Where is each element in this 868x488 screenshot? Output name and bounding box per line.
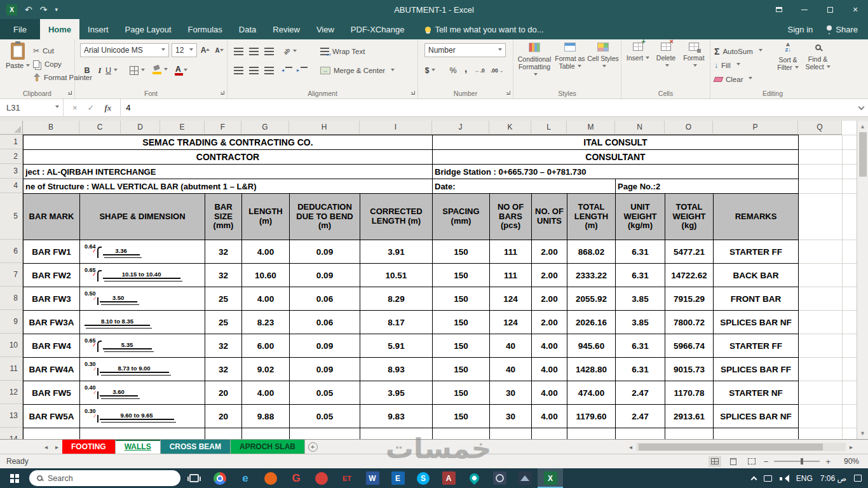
cell-bar-mark[interactable]: BAR FW3A [23,310,79,334]
tab-file[interactable]: File [0,19,40,39]
cell-consultant-label[interactable]: CONSULTANT [432,149,798,164]
cell-total-weight[interactable]: 7915.29 [665,287,713,310]
column-header-H[interactable]: H [289,121,360,135]
cell-partial-row[interactable] [23,428,79,439]
zoom-out-button[interactable]: − [764,457,769,466]
column-header-O[interactable]: O [665,121,713,135]
task-view-button[interactable] [180,468,207,488]
number-dialog-launcher[interactable] [505,90,512,96]
cell-bar-mark[interactable]: BAR FW1 [23,240,79,263]
cell-spacing[interactable]: 150 [432,381,489,404]
clipboard-dialog-launcher[interactable] [67,90,73,96]
header-cell-shape-dimension[interactable]: SHAPE & DIMENSION [79,193,205,240]
row-header-8[interactable]: 8 [0,287,23,310]
cell-remarks[interactable]: STARTER FF [713,334,798,357]
cell-bar-mark[interactable]: BAR FW5A [23,404,79,428]
cell-shape-dimension[interactable]: 8.10 to 8.35 [79,310,205,334]
cell-total-length[interactable]: 2333.22 [567,263,615,287]
ribbon-tab-pdf-xchange[interactable]: PDF-XChange [342,19,413,39]
cell-total-length[interactable]: 2026.16 [567,310,615,334]
cell-shape-dimension[interactable]: 0.6510.15 to 10.40 [79,263,205,287]
cell-shape-dimension[interactable]: 0.308.73 to 9.00 [79,357,205,381]
formula-input[interactable]: 4 [121,99,854,116]
cell-spacing[interactable]: 150 [432,404,489,428]
header-cell-unit-weight-kg-m-[interactable]: UNIT WEIGHT (kg/m) [615,193,665,240]
taskbar-search-box[interactable]: Search [29,470,180,486]
cell-remarks[interactable]: SPLICES BAR NF [713,310,798,334]
cell-no-of-bars[interactable]: 111 [489,240,531,263]
cell-length[interactable]: 6.00 [241,334,289,357]
taskbar-app-photos[interactable] [512,468,538,488]
cell-deduction[interactable]: 0.06 [289,287,360,310]
clock[interactable]: 7:06 ص [820,474,846,483]
header-cell-no-of-units[interactable]: NO. OF UNITS [531,193,567,240]
cell-partial-row[interactable] [489,428,531,439]
number-format-combo[interactable]: Number [424,43,506,57]
cell-contractor-label[interactable]: CONTRACTOR [23,149,432,164]
column-header-L[interactable]: L [531,121,567,135]
cell-unit-weight[interactable]: 6.31 [615,240,665,263]
cell-structure-name[interactable]: ne of Structure : WALL VERTICAL BAR (abu… [23,179,432,193]
font-name-combo[interactable]: Arial Unicode MS [80,43,169,57]
fill-color-button[interactable] [153,63,168,77]
cell-date-label[interactable]: Date: [432,179,615,193]
cell-partial-row[interactable] [205,428,241,439]
cell-corrected-length[interactable]: 9.83 [360,404,432,428]
cell-corrected-length[interactable]: 8.29 [360,287,432,310]
column-header-B[interactable]: B [23,121,79,135]
page-layout-view-button[interactable] [727,456,740,467]
cell-page-number[interactable]: Page No.:2 [615,179,798,193]
cell-length[interactable]: 10.60 [241,263,289,287]
sheet-tab-footing[interactable]: FOOTING [62,440,116,454]
row-header-10[interactable]: 10 [0,334,23,357]
cell-total-length[interactable]: 1179.60 [567,404,615,428]
cell-unit-weight[interactable]: 2.47 [615,404,665,428]
sheet-scroll-right-arrow[interactable]: ▸ [51,440,62,454]
ribbon-tab-page-layout[interactable]: Page Layout [117,19,180,39]
cell-bar-size[interactable]: 25 [205,287,241,310]
cell-project-name[interactable]: ject : AL-QIRBAH INTERCHANGE [23,164,432,179]
row-header-7[interactable]: 7 [0,263,23,287]
cell-remarks[interactable]: SPLICES BAR FF [713,357,798,381]
row-header-1[interactable]: 1 [0,135,23,149]
cell-total-weight[interactable]: 7800.72 [665,310,713,334]
cell-unit-weight[interactable]: 6.31 [615,263,665,287]
action-center-icon[interactable] [854,475,862,482]
maximize-button[interactable] [817,0,843,19]
taskbar-app-opera[interactable] [309,468,334,488]
cell-bar-size[interactable]: 32 [205,240,241,263]
cell-corrected-length[interactable]: 8.93 [360,357,432,381]
align-left-button[interactable] [233,64,244,78]
align-center-button[interactable] [248,64,259,78]
zoom-in-button[interactable]: + [825,457,831,466]
cell-length[interactable]: 8.23 [241,310,289,334]
header-cell-length-m-[interactable]: LENGTH (m) [241,193,289,240]
cell-bar-size[interactable]: 32 [205,263,241,287]
cell-bar-mark[interactable]: BAR FW4 [23,334,79,357]
cell-shape-dimension[interactable]: 0.655.35 [79,334,205,357]
cell-bar-mark[interactable]: BAR FW5 [23,381,79,404]
cell-deduction[interactable]: 0.09 [289,357,360,381]
cell-bar-mark[interactable]: BAR FW3 [23,287,79,310]
cell-remarks[interactable]: STARTER NF [713,381,798,404]
header-cell-bar-mark[interactable]: BAR MARK [23,193,79,240]
cell-contractor-company[interactable]: SEMAC TRADING & CONTRACTING CO. [23,135,432,149]
header-cell-remarks[interactable]: REMARKS [713,193,798,240]
cell-deduction[interactable]: 0.09 [289,240,360,263]
sheet-tab-aproch-slab[interactable]: APROCH SLAB [231,440,305,454]
row-header-13[interactable]: 13 [0,404,23,428]
row-header-12[interactable]: 12 [0,381,23,404]
cell-corrected-length[interactable]: 3.95 [360,381,432,404]
align-bottom-button[interactable] [263,44,275,58]
qat-customize-button[interactable]: ▾ [55,6,58,13]
row-header-11[interactable]: 11 [0,357,23,381]
cell-total-weight[interactable]: 5966.74 [665,334,713,357]
cell-shape-dimension[interactable]: 0.503.50 [79,287,205,310]
cell-spacing[interactable]: 150 [432,310,489,334]
increase-decimal-button[interactable] [474,64,485,78]
cell-partial-row[interactable] [665,428,713,439]
hscroll-right-arrow[interactable]: ▸ [847,444,855,451]
cell-consultant-company[interactable]: ITAL CONSULT [432,135,798,149]
zoom-slider[interactable] [774,461,820,462]
cell-deduction[interactable]: 0.05 [289,404,360,428]
